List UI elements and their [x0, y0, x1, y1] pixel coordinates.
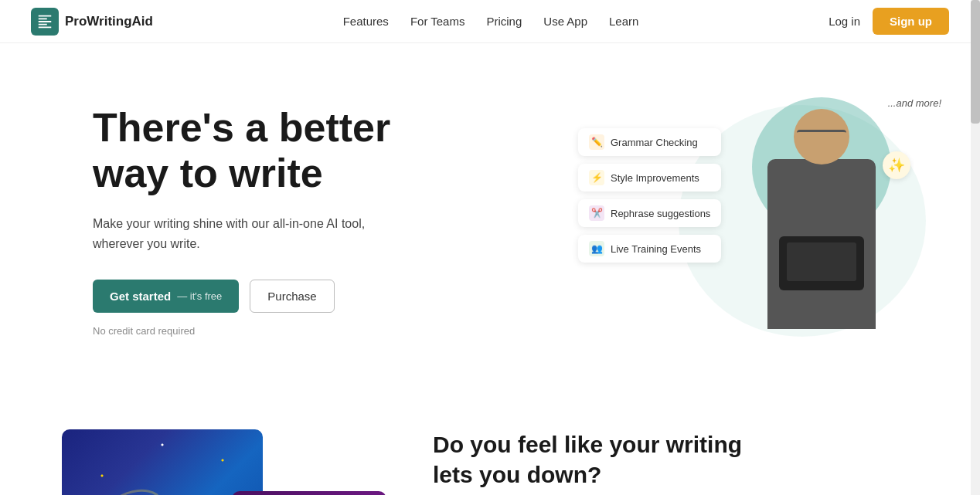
logo-svg	[36, 13, 53, 30]
grammar-icon: ✏️	[589, 134, 604, 150]
nav-pricing[interactable]: Pricing	[486, 15, 522, 28]
scrollbar-thumb[interactable]	[971, 0, 980, 124]
scrollbar-track[interactable]	[971, 0, 980, 495]
pill-training: 👥 Live Training Events	[578, 235, 721, 263]
pill-grammar: ✏️ Grammar Checking	[578, 128, 721, 156]
nav-links: Features For Teams Pricing Use App Learn	[343, 15, 639, 28]
logo-icon	[31, 8, 59, 36]
sparkle-badge: ✨	[883, 151, 910, 179]
login-link[interactable]: Log in	[829, 15, 860, 28]
hero-title: There's a better way to write	[93, 105, 417, 198]
glasses	[797, 130, 846, 139]
no-credit-card-note: No credit card required	[93, 325, 417, 337]
pill-rephrase: ✂️ Rephrase suggestions	[578, 199, 721, 227]
laptop	[779, 236, 864, 290]
get-started-button[interactable]: Get started — it's free	[93, 280, 239, 313]
brand-name: ProWritingAid	[65, 14, 153, 29]
nav-features[interactable]: Features	[343, 15, 389, 28]
section-divider	[0, 383, 980, 414]
yellow-swirl	[97, 482, 168, 495]
second-title: Do you feel like your writing lets you d…	[433, 429, 773, 490]
second-text: Do you feel like your writing lets you d…	[433, 429, 773, 495]
rephrase-icon: ✂️	[589, 205, 604, 221]
hero-left: There's a better way to write Make your …	[93, 105, 417, 337]
feature-pills: ✏️ Grammar Checking ⚡ Style Improvements…	[578, 128, 721, 263]
second-images: My idea in my head	[62, 429, 386, 495]
hero-subtitle: Make your writing shine with our all-in-…	[93, 214, 417, 253]
nav-learn[interactable]: Learn	[609, 15, 638, 28]
nav-for-teams[interactable]: For Teams	[410, 15, 465, 28]
purple-abstract-image	[232, 491, 386, 495]
hero-section: There's a better way to write Make your …	[0, 43, 980, 383]
hero-illustration: ...and more! ✨ ✏️ Grammar Checking ⚡ Sty…	[578, 90, 949, 352]
nav-actions: Log in Sign up	[829, 8, 949, 35]
style-icon: ⚡	[589, 170, 604, 185]
starry-night-image	[62, 429, 263, 495]
signup-button[interactable]: Sign up	[873, 8, 949, 35]
purchase-button[interactable]: Purchase	[250, 280, 334, 313]
hero-buttons: Get started — it's free Purchase	[93, 280, 417, 313]
hero-person-area	[733, 97, 910, 344]
logo-link[interactable]: ProWritingAid	[31, 8, 153, 36]
navigation: ProWritingAid Features For Teams Pricing…	[0, 0, 980, 43]
and-more-text: ...and more!	[888, 97, 941, 109]
training-icon: 👥	[589, 241, 604, 256]
second-section: My idea in my head Do you feel like your…	[0, 414, 980, 495]
pill-style: ⚡ Style Improvements	[578, 164, 721, 192]
laptop-screen	[787, 242, 856, 281]
nav-use-app[interactable]: Use App	[543, 15, 587, 28]
